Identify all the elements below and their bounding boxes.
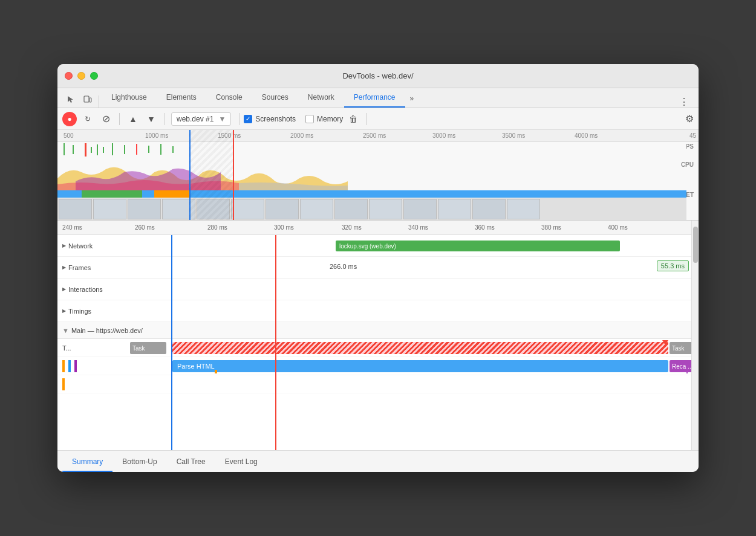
screenshots-checkbox-label[interactable]: ✓ Screenshots bbox=[244, 115, 296, 123]
fps-area bbox=[57, 142, 686, 160]
task-row-label: T... bbox=[57, 339, 130, 357]
fps-bar-10 bbox=[148, 146, 149, 153]
net-bar bbox=[57, 190, 686, 198]
record-button[interactable]: ● bbox=[62, 112, 77, 126]
ruler-tick-4000: 4000 ms bbox=[575, 132, 598, 139]
interactions-expand-icon[interactable]: ▶ bbox=[62, 286, 66, 292]
ruler-tick-2500: 2500 ms bbox=[363, 132, 386, 139]
screenshot-thumb-9 bbox=[334, 199, 368, 219]
timings-track-content bbox=[130, 300, 691, 321]
frames-time-text: 266.0 ms bbox=[330, 263, 357, 270]
frames-expand-icon[interactable]: ▶ bbox=[62, 265, 66, 270]
devtools-menu-button[interactable]: ⋮ bbox=[674, 96, 694, 108]
frames-track-content: 266.0 ms 55.3 ms bbox=[130, 257, 691, 278]
ruler-tick-1500: 1500 ms bbox=[218, 132, 241, 139]
ruler-tick-2000: 2000 ms bbox=[290, 132, 313, 139]
device-toggle-icon[interactable] bbox=[79, 91, 96, 108]
interactions-track-label: ▶ Interactions bbox=[57, 286, 130, 293]
dropdown-icon: ▼ bbox=[218, 115, 226, 123]
tab-lighthouse[interactable]: Lighthouse bbox=[102, 88, 157, 108]
devtools-window: DevTools - web.dev/ Lighthouse Elements … bbox=[57, 64, 699, 472]
cursor-icon[interactable] bbox=[62, 91, 79, 108]
ruler-tick-1000: 1000 ms bbox=[145, 132, 168, 139]
tab-network[interactable]: Network bbox=[298, 88, 344, 108]
tab-elements[interactable]: Elements bbox=[157, 88, 206, 108]
settings-button[interactable]: ⚙ bbox=[685, 113, 694, 124]
task-striped-bar bbox=[172, 342, 668, 354]
timings-expand-icon[interactable]: ▶ bbox=[62, 308, 66, 314]
separator2 bbox=[165, 113, 165, 125]
recalc-label: Reca...tyle bbox=[672, 363, 691, 370]
network-bar-lockup: lockup.svg (web.dev) bbox=[336, 241, 620, 251]
frames-track-label: ▶ Frames bbox=[57, 264, 130, 271]
close-button[interactable] bbox=[65, 72, 73, 80]
parse-html-label: Parse HTML bbox=[177, 363, 215, 370]
timeline-ruler2: 240 ms 260 ms 280 ms 300 ms 320 ms 340 m… bbox=[57, 221, 691, 235]
minimize-button[interactable] bbox=[77, 72, 85, 80]
maximize-button[interactable] bbox=[90, 72, 98, 80]
url-select[interactable]: web.dev #1 ▼ bbox=[171, 112, 231, 126]
ruler-tick-45: 45 bbox=[689, 132, 696, 139]
titlebar: DevTools - web.dev/ bbox=[57, 64, 699, 88]
overview-area[interactable]: 500 1000 ms 1500 ms 2000 ms 2500 ms 3000… bbox=[57, 130, 699, 221]
more-tabs-button[interactable]: » bbox=[405, 89, 419, 108]
ruler2-260: 260 ms bbox=[135, 224, 155, 231]
tab-performance[interactable]: Performance bbox=[344, 88, 405, 108]
ruler2-360: 360 ms bbox=[475, 224, 495, 231]
screenshots-checkbox[interactable]: ✓ bbox=[244, 115, 252, 123]
network-expand-icon[interactable]: ▶ bbox=[62, 243, 66, 248]
timings-track[interactable]: ▶ Timings bbox=[57, 300, 691, 322]
fps-bar-8 bbox=[124, 145, 125, 154]
ruler2-380: 380 ms bbox=[541, 224, 561, 231]
tab-summary[interactable]: Summary bbox=[62, 453, 112, 472]
tab-event-log[interactable]: Event Log bbox=[215, 453, 267, 472]
net-segment-2 bbox=[154, 190, 191, 198]
url-value: web.dev #1 bbox=[177, 115, 213, 123]
empty-row-1 bbox=[57, 375, 691, 393]
download-button[interactable]: ▼ bbox=[144, 112, 158, 126]
screenshot-thumb-4 bbox=[162, 199, 195, 219]
clear-button[interactable]: ⊘ bbox=[99, 112, 113, 126]
network-track-label: ▶ Network bbox=[57, 242, 130, 250]
main-expand-icon[interactable]: ▼ bbox=[62, 327, 69, 334]
memory-checkbox[interactable] bbox=[305, 115, 314, 123]
task-row-content: Task Task bbox=[130, 339, 691, 357]
task-row: T... Task Task bbox=[57, 339, 691, 357]
network-track[interactable]: ▶ Network lockup.svg (web.dev) bbox=[57, 235, 691, 257]
kebab-icon: ⋮ bbox=[674, 97, 694, 107]
bottom-tabs: Summary Bottom-Up Call Tree Event Log bbox=[57, 450, 699, 472]
separator bbox=[99, 95, 99, 108]
ruler-tick-3500: 3500 ms bbox=[502, 132, 525, 139]
scrollbar-thumb[interactable] bbox=[693, 227, 698, 263]
fps-bar-7 bbox=[112, 143, 113, 155]
refresh-button[interactable]: ↻ bbox=[80, 112, 95, 126]
vertical-scrollbar[interactable] bbox=[691, 221, 699, 450]
ruler2-300: 300 ms bbox=[274, 224, 294, 231]
main-panel: 240 ms 260 ms 280 ms 300 ms 320 ms 340 m… bbox=[57, 221, 699, 450]
ruler-tick-3000: 3000 ms bbox=[432, 132, 455, 139]
ruler2-340: 340 ms bbox=[408, 224, 428, 231]
interactions-track[interactable]: ▶ Interactions bbox=[57, 279, 691, 300]
delete-button[interactable]: 🗑 bbox=[347, 112, 360, 126]
color-marker-1 bbox=[62, 360, 65, 372]
tab-call-tree[interactable]: Call Tree bbox=[167, 453, 215, 472]
sub-bar-1 bbox=[215, 370, 217, 373]
performance-toolbar: ● ↻ ⊘ ▲ ▼ web.dev #1 ▼ ✓ Screenshots Mem… bbox=[57, 108, 699, 130]
tab-sources[interactable]: Sources bbox=[252, 88, 298, 108]
timings-track-label: ▶ Timings bbox=[57, 308, 130, 315]
main-section-header: ▼ Main — https://web.dev/ bbox=[57, 322, 691, 339]
fps-bar-4 bbox=[91, 147, 92, 153]
fps-bar-5 bbox=[97, 144, 98, 155]
timeline-panel[interactable]: 240 ms 260 ms 280 ms 300 ms 320 ms 340 m… bbox=[57, 221, 691, 450]
net-segment-3 bbox=[203, 190, 227, 198]
ruler2-400: 400 ms bbox=[608, 224, 628, 231]
color-marker-3 bbox=[74, 360, 77, 372]
tab-bottom-up[interactable]: Bottom-Up bbox=[112, 453, 166, 472]
memory-checkbox-label[interactable]: Memory bbox=[305, 115, 343, 123]
frames-track[interactable]: ▶ Frames 266.0 ms 55.3 ms bbox=[57, 257, 691, 279]
tab-console[interactable]: Console bbox=[206, 88, 252, 108]
parse-html-bar: Parse HTML bbox=[172, 360, 668, 372]
traffic-lights bbox=[65, 72, 98, 80]
fps-bar-11 bbox=[160, 144, 161, 155]
upload-button[interactable]: ▲ bbox=[126, 112, 140, 126]
